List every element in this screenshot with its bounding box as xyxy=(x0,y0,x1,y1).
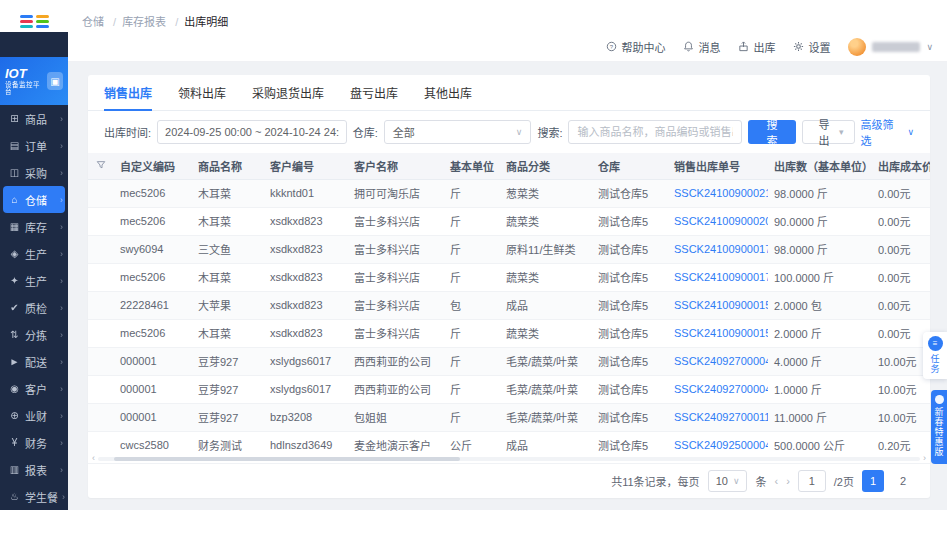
cell-category: 毛菜/蔬菜/叶菜 xyxy=(500,375,592,403)
sidebar-item-icon: ▤ xyxy=(8,140,21,151)
chevron-right-icon: › xyxy=(62,492,65,502)
sidebar-item[interactable]: ✦ 生产 › xyxy=(0,267,68,294)
cell-base-unit: 包 xyxy=(444,291,500,319)
table-row: 22228461 大苹果 xsdkxd823 富士多科兴店 包 成品 测试仓库5… xyxy=(88,291,930,319)
tab-outbound-type[interactable]: 领料出库 xyxy=(178,84,226,110)
cell-outbound-order-link[interactable]: SSCK24092700004 xyxy=(668,375,768,403)
chevron-right-icon: › xyxy=(60,438,63,448)
sidebar-item[interactable]: ⊞ 商品 › xyxy=(0,105,68,132)
cell-outbound-order-link[interactable]: SSCK24100900015 xyxy=(668,291,768,319)
promo-banner[interactable]: 新春特惠版 xyxy=(931,390,947,464)
jump-page-input[interactable] xyxy=(798,470,826,492)
cell-customer-name: 麦金地演示客户 xyxy=(348,431,444,454)
sidebar-item[interactable]: ▦ 库存 › xyxy=(0,213,68,240)
messages-label: 消息 xyxy=(698,39,720,55)
promo-label: 新春特惠版 xyxy=(933,407,946,457)
task-float-button[interactable]: ≡ 任务 xyxy=(923,332,947,379)
cell-row-gutter xyxy=(88,235,114,263)
sidebar-item[interactable]: ◉ 客户 › xyxy=(0,375,68,402)
sidebar-item[interactable]: ⊕ 业财 › xyxy=(0,402,68,429)
cell-quantity: 98.0000 斤 xyxy=(768,179,872,207)
cell-customer-name: 富士多科兴店 xyxy=(348,263,444,291)
messages-button[interactable]: 消息 xyxy=(683,39,720,55)
page-number-button[interactable]: 2 xyxy=(892,470,914,492)
table-row: mec5206 木耳菜 xsdkxd823 富士多科兴店 斤 蔬菜类 测试仓库5… xyxy=(88,263,930,291)
jump-page-suffix: /2页 xyxy=(834,473,854,489)
sidebar-item[interactable]: ◫ 采购 › xyxy=(0,159,68,186)
next-page-icon[interactable]: › xyxy=(786,475,790,487)
iot-platform-text: IOT 设备监控平台 xyxy=(5,67,43,96)
iot-platform-banner[interactable]: IOT 设备监控平台 ▣ xyxy=(0,57,68,105)
cell-outbound-order-link[interactable]: SSCK24100900017 xyxy=(668,235,768,263)
settings-button[interactable]: 设置 xyxy=(793,39,830,55)
cell-custom-code: swy6094 xyxy=(114,235,192,263)
cell-cost-price: 10.00元 xyxy=(872,403,930,431)
cell-warehouse: 测试仓库5 xyxy=(592,263,668,291)
cell-quantity: 2.0000 斤 xyxy=(768,319,872,347)
total-records-text: 共11条记录，每页 xyxy=(611,473,699,489)
sidebar-item[interactable]: ✔ 质检 › xyxy=(0,294,68,321)
advanced-filter-link[interactable]: 高级筛选 ∨ xyxy=(861,116,914,148)
tab-outbound-type[interactable]: 其他出库 xyxy=(424,84,472,110)
scrollbar-thumb[interactable] xyxy=(114,457,459,461)
cell-outbound-order-link[interactable]: SSCK24100900021 xyxy=(668,179,768,207)
cell-outbound-order-link[interactable]: SSCK24100900020 xyxy=(668,207,768,235)
chevron-right-icon: › xyxy=(60,141,63,151)
cell-outbound-order-link[interactable]: SSCK24092700011 xyxy=(668,403,768,431)
export-button[interactable]: 导出 ▾ xyxy=(802,120,854,144)
cell-product-name: 木耳菜 xyxy=(192,319,264,347)
sidebar-item-icon: ◉ xyxy=(8,383,21,394)
sidebar-item[interactable]: ⌂ 仓储 › xyxy=(3,186,65,213)
sidebar-item-icon: ◈ xyxy=(8,248,21,259)
sidebar-item-label: 财务 xyxy=(25,435,47,451)
outbound-quick-button[interactable]: 出库 xyxy=(738,39,775,55)
search-input[interactable] xyxy=(568,120,742,144)
sidebar-item-icon: ⌂ xyxy=(8,194,21,205)
scroll-left-icon[interactable]: ‹ xyxy=(92,454,95,463)
cell-warehouse: 测试仓库5 xyxy=(592,179,668,207)
sidebar-item-label: 库存 xyxy=(25,219,47,235)
table-row: cwcs2580 财务测试 hdlnszd3649 麦金地演示客户 公斤 成品 … xyxy=(88,431,930,454)
chevron-down-icon: ∨ xyxy=(907,127,914,137)
tab-outbound-type[interactable]: 销售出库 xyxy=(104,84,152,110)
cell-category: 成品 xyxy=(500,291,592,319)
table-row: mec5206 木耳菜 xsdkxd823 富士多科兴店 斤 蔬菜类 测试仓库5… xyxy=(88,319,930,347)
column-settings-icon[interactable] xyxy=(88,153,114,179)
sidebar-item[interactable]: ¥ 财务 › xyxy=(0,429,68,456)
warehouse-select[interactable]: 全部 ∨ xyxy=(384,120,532,144)
sidebar-item[interactable]: ♨ 学生餐 › xyxy=(0,483,68,510)
sidebar-item-label: 生产 xyxy=(25,246,47,262)
search-button[interactable]: 搜索 xyxy=(748,120,796,144)
user-menu[interactable]: ∨ xyxy=(848,38,933,56)
logo-bar: 仓储 库存报表 出库明细 xyxy=(0,10,947,32)
sidebar-item[interactable]: ⇅ 分拣 › xyxy=(0,321,68,348)
sidebar-item[interactable]: ▥ 报表 › xyxy=(0,456,68,483)
breadcrumb-section[interactable]: 仓储 xyxy=(82,13,116,29)
cell-row-gutter xyxy=(88,347,114,375)
sidebar-item[interactable]: ◈ 生产 › xyxy=(0,240,68,267)
cell-custom-code: 000001 xyxy=(114,375,192,403)
page-number-button[interactable]: 1 xyxy=(862,470,884,492)
cell-outbound-order-link[interactable]: SSCK24092500004 xyxy=(668,431,768,454)
sidebar-item[interactable]: ► 配送 › xyxy=(0,348,68,375)
settings-label: 设置 xyxy=(808,39,830,55)
cell-quantity: 100.0000 斤 xyxy=(768,263,872,291)
cell-outbound-order-link[interactable]: SSCK24092700004 xyxy=(668,347,768,375)
cell-cost-price: 0.00元 xyxy=(872,263,930,291)
column-header: 自定义编码 xyxy=(114,153,192,179)
cell-outbound-order-link[interactable]: SSCK24100900017 xyxy=(668,263,768,291)
tab-outbound-type[interactable]: 采购退货出库 xyxy=(252,84,324,110)
sidebar-item[interactable]: ▤ 订单 › xyxy=(0,132,68,159)
scrollbar-track[interactable] xyxy=(98,457,920,461)
help-center-button[interactable]: ? 帮助中心 xyxy=(606,39,665,55)
tab-outbound-type[interactable]: 盘亏出库 xyxy=(350,84,398,110)
gear-icon xyxy=(793,41,804,52)
sidebar-item-label: 配送 xyxy=(25,354,47,370)
prev-page-icon[interactable]: ‹ xyxy=(774,475,778,487)
page-size-select[interactable]: 10 ∨ xyxy=(708,470,748,492)
cell-outbound-order-link[interactable]: SSCK24100900015 xyxy=(668,319,768,347)
scroll-right-icon[interactable]: › xyxy=(923,454,926,463)
breadcrumb-parent[interactable]: 库存报表 xyxy=(122,13,178,29)
date-range-input[interactable] xyxy=(157,120,347,144)
cell-warehouse: 测试仓库5 xyxy=(592,235,668,263)
